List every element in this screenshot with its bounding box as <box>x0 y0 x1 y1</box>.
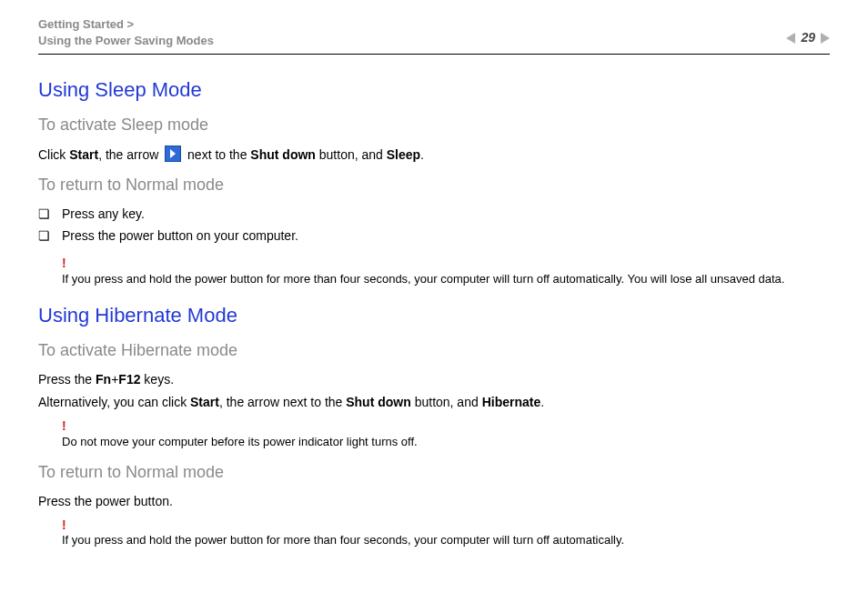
breadcrumb-sub-link[interactable]: Using the Power Saving Modes <box>38 34 214 47</box>
list-item: Press any key. <box>38 206 830 224</box>
warning-text: If you press and hold the power button f… <box>62 272 784 286</box>
hibernate-warning-1: ! Do not move your computer before its p… <box>62 417 830 450</box>
page: Getting Started > Using the Power Saving… <box>0 0 868 548</box>
sleep-bullets: Press any key. Press the power button on… <box>38 206 830 246</box>
sleep-return-heading: To return to Normal mode <box>38 174 830 196</box>
sleep-activate-heading: To activate Sleep mode <box>38 114 830 136</box>
arrow-icon <box>165 146 181 162</box>
sleep-title: Using Sleep Mode <box>38 76 830 105</box>
hibernate-return-text: Press the power button. <box>38 493 830 511</box>
warning-icon: ! <box>62 517 830 535</box>
hibernate-activate-heading: To activate Hibernate mode <box>38 339 830 362</box>
sleep-warning: ! If you press and hold the power button… <box>62 255 830 287</box>
page-number: 29 <box>801 29 815 47</box>
hibernate-return-heading: To return to Normal mode <box>38 461 830 484</box>
list-item: Press the power button on your computer. <box>38 227 830 246</box>
hibernate-warning-2: ! If you press and hold the power button… <box>62 517 830 549</box>
warning-text: Do not move your computer before its pow… <box>62 435 418 448</box>
warning-text: If you press and hold the power button f… <box>62 533 624 547</box>
pager: 29 <box>786 16 830 47</box>
hibernate-title: Using Hibernate Mode <box>38 302 830 330</box>
sleep-activate-text: Click Start, the arrow next to the Shut … <box>38 146 830 165</box>
hibernate-line1: Press the Fn+F12 keys. <box>38 371 830 389</box>
breadcrumb: Getting Started > Using the Power Saving… <box>38 16 214 48</box>
hibernate-line2: Alternatively, you can click Start, the … <box>38 394 830 412</box>
prev-page-icon[interactable] <box>786 33 795 44</box>
next-page-icon[interactable] <box>821 33 830 44</box>
warning-icon: ! <box>62 255 830 273</box>
warning-icon: ! <box>62 417 830 436</box>
breadcrumb-top-link[interactable]: Getting Started > <box>38 17 134 31</box>
page-header: Getting Started > Using the Power Saving… <box>38 16 830 55</box>
